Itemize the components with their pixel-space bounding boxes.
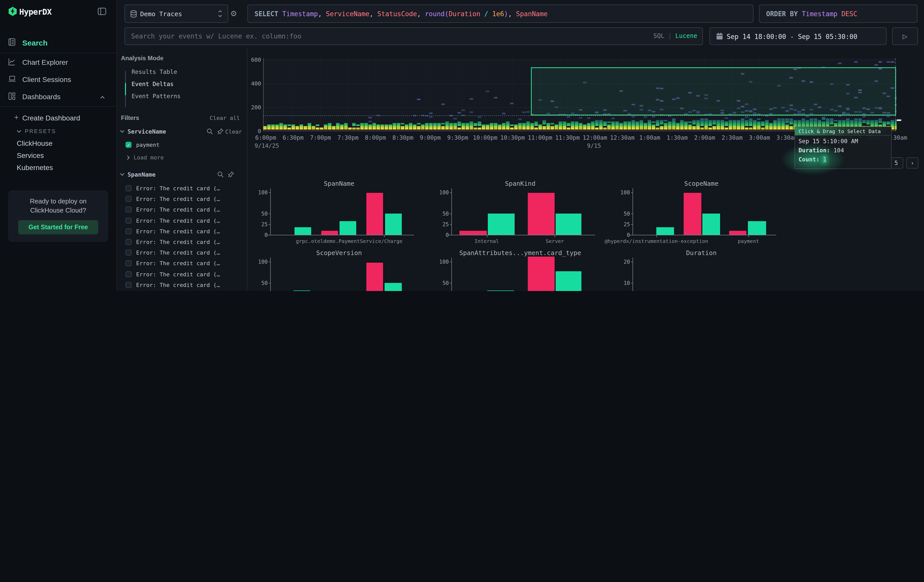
bar-pink[interactable]: [321, 231, 338, 235]
run-query-button[interactable]: ▷: [892, 27, 918, 45]
heatmap-xtick: 3:00am: [749, 134, 770, 141]
analysis-mode-event-deltas[interactable]: Event Deltas: [132, 81, 173, 87]
pin-icon[interactable]: [228, 171, 234, 178]
drag-handle[interactable]: [897, 119, 901, 121]
heatmap-xtick: 11:00pm: [528, 134, 552, 141]
y-tick-label: 25: [433, 290, 449, 291]
bar-pink[interactable]: [729, 231, 747, 235]
filter-load-more[interactable]: Load more: [134, 154, 164, 161]
filter-option-label[interactable]: Error: The credit card (…: [136, 218, 220, 224]
filter-option-label[interactable]: Error: The credit card (…: [136, 282, 220, 289]
pagination-next-button[interactable]: ›: [906, 157, 918, 168]
bar-pink[interactable]: [459, 231, 487, 235]
sidebar-item-clickhouse[interactable]: ClickHouse: [17, 139, 53, 147]
bar-pink[interactable]: [528, 193, 554, 235]
analysis-mode-event-patterns[interactable]: Event Patterns: [132, 92, 181, 100]
bar-green[interactable]: [295, 227, 312, 235]
chevron-down-icon[interactable]: [119, 129, 125, 134]
collapse-sidebar-icon[interactable]: [98, 8, 106, 15]
filter-checkbox-error-the-credit-card-[interactable]: [125, 239, 132, 245]
sidebar-item-client-sessions[interactable]: Client Sessions: [0, 73, 116, 89]
source-select[interactable]: Demo Traces: [124, 5, 228, 23]
mini-chart-scopeversion: ScopeVersion025501000.1.00.51.1: [251, 249, 418, 291]
sidebar-item-presets[interactable]: PRESETS: [25, 128, 56, 134]
filter-checkbox-error-the-credit-card-[interactable]: [125, 282, 132, 288]
filter-checkbox-error-the-credit-card-[interactable]: [125, 218, 132, 223]
filter-option-label[interactable]: Error: The credit card (…: [136, 207, 220, 213]
search-input[interactable]: [125, 28, 702, 45]
filter-option-label[interactable]: Error: The credit card (…: [136, 249, 220, 256]
sql-toggle[interactable]: SQL: [653, 32, 664, 40]
bar-green[interactable]: [556, 214, 582, 235]
bar-green[interactable]: [340, 221, 356, 235]
bar-green[interactable]: [385, 214, 402, 235]
pin-icon[interactable]: [217, 128, 224, 135]
sql-token: round(: [425, 10, 449, 18]
bar-green[interactable]: [556, 271, 582, 291]
y-tick-label: 25: [251, 221, 268, 227]
bar-green[interactable]: [487, 291, 514, 291]
filter-checkbox-payment[interactable]: ✓: [125, 142, 132, 148]
filter-checkbox-error-the-credit-card-[interactable]: [125, 260, 132, 267]
bar-green[interactable]: [656, 227, 674, 235]
date-range-picker[interactable]: Sep 14 18:00:00 - Sep 15 05:30:00: [710, 27, 886, 45]
filter-option-label[interactable]: Error: The credit card (…: [136, 228, 220, 235]
filter-clear-link[interactable]: Clear: [225, 129, 242, 135]
bar-pink[interactable]: [366, 263, 383, 291]
y-tick-label: 25: [614, 221, 630, 227]
filter-checkbox-error-the-credit-card-[interactable]: [125, 196, 132, 202]
bar-green[interactable]: [748, 221, 766, 235]
sidebar-item-dashboards[interactable]: Dashboards: [0, 91, 116, 106]
filter-checkbox-error-the-credit-card-[interactable]: [125, 228, 132, 234]
sql-select-input[interactable]: SELECT Timestamp, ServiceName, StatusCod…: [248, 5, 754, 23]
heatmap-xtick: 9:30pm: [447, 134, 468, 141]
y-tick-label: 100: [433, 190, 449, 196]
bar-green[interactable]: [702, 214, 720, 235]
heatmap-date-left: 9/14/25: [254, 142, 279, 149]
filter-option-label[interactable]: Error: The credit card (…: [136, 239, 220, 246]
sidebar-item-chart-explorer[interactable]: Chart Explorer: [0, 56, 116, 71]
filter-checkbox-error-the-credit-card-[interactable]: [125, 249, 132, 256]
bar-green[interactable]: [384, 283, 401, 291]
chevron-down-icon[interactable]: [119, 171, 125, 177]
tooltip-duration-value: 104: [834, 147, 844, 154]
heatmap-xtick: 10:00pm: [473, 134, 497, 141]
laptop-icon: [8, 75, 16, 82]
filter-checkbox-error-the-credit-card-[interactable]: [125, 207, 132, 213]
bar-pink[interactable]: [684, 193, 701, 235]
get-started-button[interactable]: Get Started for Free: [18, 220, 98, 234]
events-heatmap[interactable]: [263, 58, 897, 132]
filter-checkbox-error-the-credit-card-[interactable]: [125, 271, 132, 277]
lucene-toggle[interactable]: Lucene: [675, 32, 697, 40]
database-icon: [130, 10, 137, 18]
analysis-mode-title: Analysis Mode: [121, 54, 163, 62]
sidebar-item-services[interactable]: Services: [17, 151, 44, 160]
filter-option-label[interactable]: payment: [136, 142, 160, 148]
y-tick-label: 20: [614, 259, 630, 265]
bar-pink[interactable]: [528, 257, 554, 291]
search-icon[interactable]: [206, 128, 213, 135]
bar-green[interactable]: [294, 291, 310, 291]
filter-option-label[interactable]: Error: The credit card (…: [136, 271, 220, 278]
analysis-mode-results-table[interactable]: Results Table: [132, 68, 177, 76]
filter-checkbox-error-the-credit-card-[interactable]: [125, 185, 132, 191]
sidebar-item-search[interactable]: Search: [0, 36, 116, 52]
filter-option-label[interactable]: Error: The credit card (…: [136, 196, 220, 203]
gear-icon[interactable]: ⚙: [230, 9, 237, 18]
clear-all-link[interactable]: Clear all: [210, 115, 240, 122]
bar-green[interactable]: [488, 214, 515, 235]
filter-option-label[interactable]: Error: The credit card (…: [136, 185, 220, 192]
filter-option-label[interactable]: Error: The credit card (…: [136, 260, 220, 267]
filter-group-servicename[interactable]: ServiceName: [127, 128, 166, 135]
filter-group-spanname[interactable]: SpanName: [127, 171, 156, 178]
filter-panel: Analysis Mode Results TableEvent DeltasE…: [117, 48, 248, 291]
chart-icon: [8, 58, 16, 66]
chart-plot: 0510201124538137680116210701993529540909…: [632, 257, 770, 291]
heatmap-ytick: 0: [246, 128, 261, 135]
search-icon[interactable]: [217, 171, 224, 178]
sql-orderby-input[interactable]: ORDER BY Timestamp DESC: [759, 5, 917, 23]
sidebar-item-kubernetes[interactable]: Kubernetes: [17, 163, 53, 171]
bar-pink[interactable]: [366, 193, 383, 235]
y-tick: [269, 224, 271, 225]
sidebar-item-create-dashboard[interactable]: Create Dashboard: [22, 114, 80, 122]
